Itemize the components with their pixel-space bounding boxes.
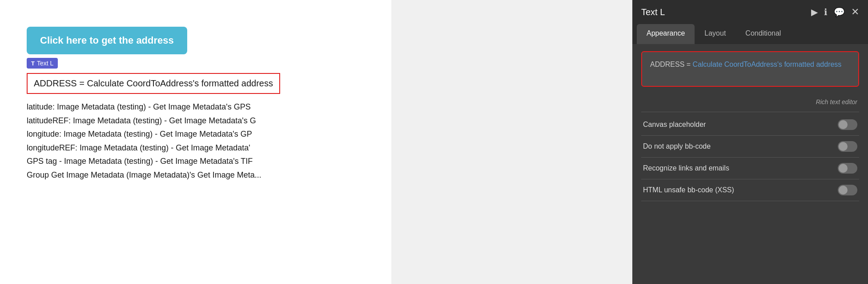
option-label-xss: HTML unsafe bb-code (XSS) bbox=[643, 186, 734, 194]
info-icon[interactable]: ℹ bbox=[824, 7, 828, 17]
close-icon[interactable]: ✕ bbox=[851, 6, 859, 18]
canvas-text-lines: latitude: Image Metadata (testing) - Get… bbox=[27, 100, 374, 182]
formula-prefix: ADDRESS = bbox=[650, 61, 693, 68]
toggle-recognize-links[interactable] bbox=[838, 163, 857, 174]
right-panel: Text L ▶ ℹ 💬 ✕ Appearance Layout Conditi… bbox=[632, 0, 868, 284]
panel-body: ADDRESS = Calculate CoordToAddress's for… bbox=[632, 44, 868, 284]
panel-header-icons: ▶ ℹ 💬 ✕ bbox=[811, 6, 859, 18]
panel-header: Text L ▶ ℹ 💬 ✕ bbox=[632, 0, 868, 24]
line-3: longitude: Image Metadata (testing) - Ge… bbox=[27, 127, 374, 141]
tab-conditional[interactable]: Conditional bbox=[735, 24, 791, 44]
line-5: GPS tag - Image Metadata (testing) - Get… bbox=[27, 154, 374, 168]
formula-link: Calculate CoordToAddress's formatted add… bbox=[693, 61, 842, 68]
tab-layout[interactable]: Layout bbox=[695, 24, 735, 44]
toggle-canvas-placeholder[interactable] bbox=[838, 119, 857, 130]
play-icon[interactable]: ▶ bbox=[811, 7, 818, 17]
selected-text-box: ADDRESS = Calculate CoordToAddress's for… bbox=[27, 73, 280, 94]
blue-button[interactable]: Click here to get the address bbox=[27, 27, 187, 54]
badge-label: Text L bbox=[37, 60, 53, 67]
toggle-xss[interactable] bbox=[838, 185, 857, 195]
line-1: latitude: Image Metadata (testing) - Get… bbox=[27, 100, 374, 114]
comment-icon[interactable]: 💬 bbox=[834, 7, 845, 17]
tab-appearance[interactable]: Appearance bbox=[637, 24, 695, 44]
text-label-badge: T Text L bbox=[27, 58, 58, 69]
panel-tabs: Appearance Layout Conditional bbox=[632, 24, 868, 44]
formula-text: ADDRESS = Calculate CoordToAddress's for… bbox=[650, 59, 850, 70]
option-row-xss: HTML unsafe bb-code (XSS) bbox=[641, 179, 859, 201]
rich-text-editor-row: Rich text editor bbox=[641, 94, 859, 112]
line-4: longitudeREF: Image Metadata (testing) -… bbox=[27, 141, 374, 155]
option-row-recognize-links: Recognize links and emails bbox=[641, 158, 859, 179]
formula-box[interactable]: ADDRESS = Calculate CoordToAddress's for… bbox=[641, 51, 859, 87]
option-row-canvas-placeholder: Canvas placeholder bbox=[641, 114, 859, 136]
line-6: Group Get Image Metadata (Image Metadata… bbox=[27, 168, 374, 182]
line-2: latitudeREF: Image Metadata (testing) - … bbox=[27, 114, 374, 128]
option-label-canvas: Canvas placeholder bbox=[643, 121, 706, 129]
toggle-bbcode[interactable] bbox=[838, 141, 857, 152]
option-label-bbcode: Do not apply bb-code bbox=[643, 142, 711, 150]
text-icon: T bbox=[31, 60, 35, 67]
panel-title: Text L bbox=[641, 7, 665, 17]
rich-text-editor-label: Rich text editor bbox=[816, 98, 857, 105]
option-label-recognize-links: Recognize links and emails bbox=[643, 164, 729, 172]
option-row-bbcode: Do not apply bb-code bbox=[641, 136, 859, 158]
canvas-area: Click here to get the address T Text L A… bbox=[0, 0, 391, 284]
